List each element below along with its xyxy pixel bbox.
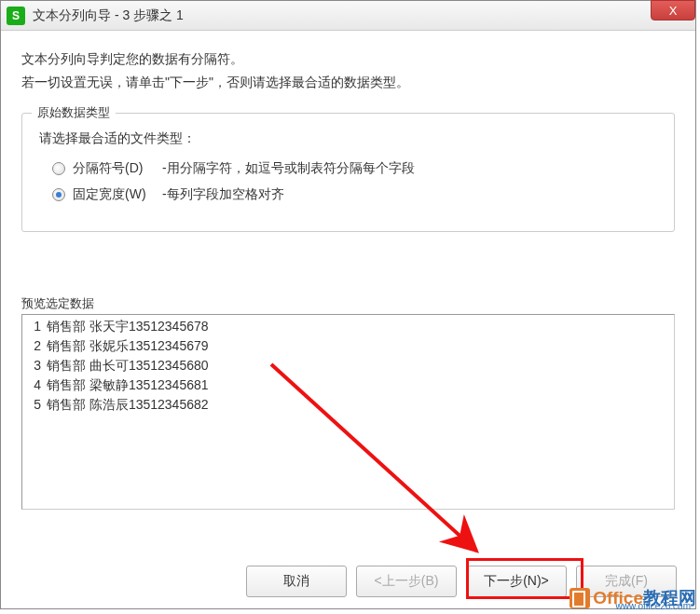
preview-label: 预览选定数据 [21,295,675,312]
close-button[interactable]: X [651,0,695,20]
close-icon: X [669,4,678,18]
row-number: 5 [26,395,41,415]
table-row: 4 销售部 梁敏静13512345681 [22,375,674,395]
dialog-window: S 文本分列向导 - 3 步骤之 1 X 文本分列向导判定您的数据有分隔符。 若… [0,0,696,609]
button-label: <上一步(B) [375,573,439,590]
radio-icon [52,162,65,175]
intro-text: 文本分列向导判定您的数据有分隔符。 若一切设置无误，请单击"下一步"，否则请选择… [21,48,675,94]
row-text: 销售部 张天宇13512345678 [47,317,209,336]
watermark-url: www.office26.com [616,601,691,611]
row-number: 1 [26,317,41,336]
app-icon: S [7,7,25,25]
watermark-icon [570,588,590,608]
groupbox-title: 原始数据类型 [32,104,116,121]
row-number: 4 [26,375,41,395]
table-row: 1 销售部 张天宇13512345678 [22,317,674,336]
table-row: 5 销售部 陈浩辰13512345682 [22,395,674,415]
original-data-type-group: 原始数据类型 请选择最合适的文件类型： 分隔符号(D) -用分隔字符，如逗号或制… [21,113,675,232]
dialog-content: 文本分列向导判定您的数据有分隔符。 若一切设置无误，请单击"下一步"，否则请选择… [1,31,695,539]
row-number: 3 [26,356,41,375]
row-text: 销售部 梁敏静13512345681 [47,375,209,395]
row-number: 2 [26,336,41,356]
dialog-title: 文本分列向导 - 3 步骤之 1 [33,7,184,24]
radio-icon [52,188,65,201]
radio-desc: -每列字段加空格对齐 [162,186,284,203]
row-text: 销售部 陈浩辰13512345682 [47,395,209,415]
radio-delimited[interactable]: 分隔符号(D) -用分隔字符，如逗号或制表符分隔每个字段 [52,160,659,177]
next-button[interactable]: 下一步(N)> [466,566,567,597]
row-text: 销售部 张妮乐13512345679 [47,336,209,356]
table-row: 2 销售部 张妮乐13512345679 [22,336,674,356]
table-row: 3 销售部 曲长可13512345680 [22,356,674,375]
radio-label: 分隔符号(D) [73,160,151,177]
titlebar: S 文本分列向导 - 3 步骤之 1 X [1,1,695,31]
intro-line-2: 若一切设置无误，请单击"下一步"，否则请选择最合适的数据类型。 [21,71,675,94]
button-label: 取消 [283,573,309,590]
row-text: 销售部 曲长可13512345680 [47,356,209,375]
intro-line-1: 文本分列向导判定您的数据有分隔符。 [21,48,675,71]
preview-data-box[interactable]: 1 销售部 张天宇13512345678 2 销售部 张妮乐1351234567… [21,314,675,510]
cancel-button[interactable]: 取消 [246,566,347,597]
button-label: 下一步(N)> [484,573,549,590]
radio-label: 固定宽度(W) [73,186,151,203]
back-button: <上一步(B) [356,566,457,597]
radio-desc: -用分隔字符，如逗号或制表符分隔每个字段 [162,160,415,177]
watermark: Office 教程网 www.office26.com [570,586,696,610]
file-type-prompt: 请选择最合适的文件类型： [39,130,659,147]
radio-fixed-width[interactable]: 固定宽度(W) -每列字段加空格对齐 [52,186,659,203]
